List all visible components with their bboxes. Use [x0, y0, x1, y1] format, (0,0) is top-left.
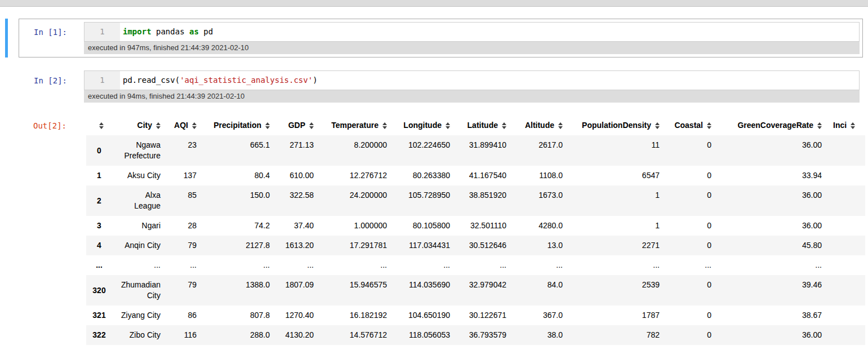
table-cell: [827, 306, 865, 325]
table-cell: 74.2: [202, 216, 275, 236]
column-header[interactable]: GreenCoverageRate: [717, 116, 827, 135]
column-header-label: City: [137, 121, 152, 130]
table-cell: 16.182192: [319, 306, 393, 325]
sort-icon: [817, 122, 822, 129]
table-cell: 288.0: [202, 325, 275, 345]
table-cell: ...: [717, 255, 827, 275]
row-index: 0: [86, 135, 112, 166]
table-cell: 31.899410: [456, 135, 512, 166]
column-header-label: Precipitation: [213, 121, 261, 130]
table-cell: 45.80: [717, 236, 827, 255]
table-cell: 38.851920: [456, 185, 512, 216]
column-header[interactable]: Coastal: [665, 116, 717, 135]
table-cell: 36.00: [717, 325, 827, 345]
table-cell: 32.501110: [456, 216, 512, 236]
column-header-label: Temperature: [331, 121, 379, 130]
column-header-label: GDP: [288, 121, 305, 130]
table-cell: 80.105800: [393, 216, 456, 236]
table-cell: Ngawa Prefecture: [112, 135, 166, 166]
execution-status: executed in 94ms, finished 21:44:39 2021…: [84, 90, 860, 103]
table-cell: [827, 166, 865, 185]
table-cell: 37.40: [275, 216, 319, 236]
table-cell: 782: [568, 325, 665, 345]
column-header[interactable]: Temperature: [319, 116, 393, 135]
table-row: 0Ngawa Prefecture23665.1271.138.20000010…: [86, 135, 865, 166]
table-cell: 0: [665, 275, 717, 306]
table-cell: 2127.8: [202, 236, 275, 255]
column-header[interactable]: Latitude: [456, 116, 512, 135]
table-cell: 137: [166, 166, 202, 185]
table-cell: 0: [665, 325, 717, 345]
column-header[interactable]: Altitude: [512, 116, 568, 135]
table-cell: [827, 236, 865, 255]
sort-icon: [502, 122, 506, 129]
column-header[interactable]: AQI: [166, 116, 202, 135]
table-cell: 14.576712: [319, 325, 393, 345]
table-cell: 36.00: [717, 216, 827, 236]
row-index: 2: [86, 185, 112, 216]
table-cell: Ziyang City: [112, 306, 166, 325]
code-input[interactable]: 1 import pandas as pd: [84, 22, 860, 42]
table-cell: 23: [166, 135, 202, 166]
table-cell: ...: [456, 255, 512, 275]
table-cell: ...: [202, 255, 275, 275]
code-cell-2[interactable]: In [2]: 1 pd.read_csv('aqi_statistic_ana…: [19, 67, 863, 106]
cell-body: 1 import pandas as pd executed in 947ms,…: [84, 22, 860, 54]
sort-icon: [156, 122, 161, 129]
sort-icon: [707, 122, 711, 129]
column-header[interactable]: [86, 116, 112, 135]
table-cell: 105.728950: [393, 185, 456, 216]
table-cell: 118.056053: [393, 325, 456, 345]
sort-icon: [558, 122, 563, 129]
table-cell: 116: [166, 325, 202, 345]
table-cell: Ngari: [112, 216, 166, 236]
code-editor[interactable]: pd.read_csv('aqi_statistic_analysis.csv'…: [120, 71, 859, 90]
table-cell: 13.0: [512, 236, 568, 255]
sort-icon: [309, 122, 314, 129]
column-header-label: PopulationDensity: [582, 121, 651, 130]
column-header[interactable]: Longitude: [393, 116, 456, 135]
table-cell: 0: [665, 216, 717, 236]
table-cell: 84.0: [512, 275, 568, 306]
column-header[interactable]: GDP: [275, 116, 319, 135]
sort-icon: [851, 122, 855, 129]
column-header[interactable]: PopulationDensity: [568, 116, 665, 135]
table-cell: 79: [166, 236, 202, 255]
table-cell: 1388.0: [202, 275, 275, 306]
table-cell: 38.0: [512, 325, 568, 345]
table-cell: 1613.20: [275, 236, 319, 255]
code-token: pandas: [152, 27, 189, 36]
cell-selection-bar: [5, 19, 8, 57]
sort-icon: [99, 122, 104, 129]
output-prompt-column: Out[2]:: [21, 116, 83, 345]
table-cell: 12.276712: [319, 166, 393, 185]
table-cell: 4280.0: [512, 216, 568, 236]
table-cell: 30.512646: [456, 236, 512, 255]
row-index: 4: [86, 236, 112, 255]
column-header[interactable]: Precipitation: [202, 116, 275, 135]
sort-icon: [446, 122, 450, 129]
table-cell: 85: [166, 185, 202, 216]
table-cell: 6547: [568, 166, 665, 185]
code-token: pd: [199, 27, 213, 36]
code-token: pd.read_csv(: [123, 76, 180, 85]
table-row: 1Aksu City13780.4610.0012.27671280.26338…: [86, 166, 865, 185]
table-cell: ...: [166, 255, 202, 275]
column-header[interactable]: Inci: [827, 116, 865, 135]
table-cell: 2617.0: [512, 135, 568, 166]
code-input[interactable]: 1 pd.read_csv('aqi_statistic_analysis.cs…: [84, 70, 860, 90]
column-header[interactable]: City: [112, 116, 166, 135]
dataframe-table: CityAQIPrecipitationGDPTemperatureLongit…: [86, 116, 865, 345]
table-cell: 36.00: [717, 135, 827, 166]
code-cell-1[interactable]: In [1]: 1 import pandas as pd executed i…: [19, 19, 863, 57]
table-cell: [827, 255, 865, 275]
table-cell: 0: [665, 135, 717, 166]
table-cell: 36.00: [717, 185, 827, 216]
table-cell: 807.8: [202, 306, 275, 325]
column-header-label: Coastal: [674, 121, 703, 130]
table-cell: 0: [665, 185, 717, 216]
code-token: import: [123, 27, 152, 36]
code-editor[interactable]: import pandas as pd: [120, 23, 859, 41]
table-cell: 322.58: [275, 185, 319, 216]
row-index: 322: [86, 325, 112, 345]
